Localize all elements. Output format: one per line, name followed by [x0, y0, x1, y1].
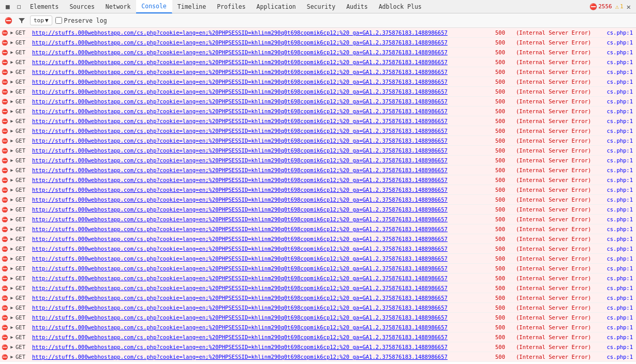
- source-cell[interactable]: cs.php:1: [599, 334, 635, 340]
- url-cell[interactable]: http://stuffs.000webhostapp.com/cs.php?c…: [32, 314, 495, 321]
- expand-icon[interactable]: ▶: [8, 177, 16, 183]
- source-cell[interactable]: cs.php:1: [599, 98, 635, 104]
- context-select[interactable]: top ▼: [30, 16, 52, 25]
- tab-adblock[interactable]: Adblock Plus: [374, 0, 427, 13]
- source-cell[interactable]: cs.php:1: [599, 324, 635, 330]
- source-cell[interactable]: cs.php:1: [599, 196, 635, 203]
- url-cell[interactable]: http://stuffs.000webhostapp.com/cs.php?c…: [32, 167, 495, 173]
- url-cell[interactable]: http://stuffs.000webhostapp.com/cs.php?c…: [32, 147, 495, 154]
- tab-sources[interactable]: Sources: [64, 0, 100, 13]
- expand-icon[interactable]: ▶: [8, 89, 16, 94]
- source-cell[interactable]: cs.php:1: [599, 187, 635, 193]
- expand-icon[interactable]: ▶: [8, 285, 16, 291]
- source-cell[interactable]: cs.php:1: [599, 167, 635, 173]
- table-row[interactable]: ⛔ ▶ GET http://stuffs.000webhostapp.com/…: [0, 126, 636, 136]
- expand-icon[interactable]: ▶: [8, 40, 16, 45]
- source-cell[interactable]: cs.php:1: [599, 147, 635, 154]
- tab-profiles[interactable]: Profiles: [212, 0, 251, 13]
- tab-console[interactable]: Console: [136, 0, 172, 13]
- table-row[interactable]: ⛔ ▶ GET http://stuffs.000webhostapp.com/…: [0, 205, 636, 215]
- url-cell[interactable]: http://stuffs.000webhostapp.com/cs.php?c…: [32, 69, 495, 75]
- url-cell[interactable]: http://stuffs.000webhostapp.com/cs.php?c…: [32, 88, 495, 95]
- expand-icon[interactable]: ▶: [8, 168, 16, 173]
- url-cell[interactable]: http://stuffs.000webhostapp.com/cs.php?c…: [32, 49, 495, 55]
- table-row[interactable]: ⛔ ▶ GET http://stuffs.000webhostapp.com/…: [0, 67, 636, 77]
- source-cell[interactable]: cs.php:1: [599, 59, 635, 65]
- table-row[interactable]: ⛔ ▶ GET http://stuffs.000webhostapp.com/…: [0, 38, 636, 48]
- expand-icon[interactable]: ▶: [8, 118, 16, 124]
- url-cell[interactable]: http://stuffs.000webhostapp.com/cs.php?c…: [32, 128, 495, 134]
- table-row[interactable]: ⛔ ▶ GET http://stuffs.000webhostapp.com/…: [0, 323, 636, 332]
- source-cell[interactable]: cs.php:1: [599, 49, 635, 55]
- tab-application[interactable]: Application: [252, 0, 302, 13]
- url-cell[interactable]: http://stuffs.000webhostapp.com/cs.php?c…: [32, 177, 495, 183]
- table-row[interactable]: ⛔ ▶ GET http://stuffs.000webhostapp.com/…: [0, 77, 636, 87]
- url-cell[interactable]: http://stuffs.000webhostapp.com/cs.php?c…: [32, 236, 495, 242]
- table-row[interactable]: ⛔ ▶ GET http://stuffs.000webhostapp.com/…: [0, 48, 636, 57]
- expand-icon[interactable]: ▶: [8, 99, 16, 104]
- expand-icon[interactable]: ▶: [8, 207, 16, 212]
- expand-icon[interactable]: ▶: [8, 266, 16, 271]
- table-row[interactable]: ⛔ ▶ GET http://stuffs.000webhostapp.com/…: [0, 97, 636, 107]
- url-cell[interactable]: http://stuffs.000webhostapp.com/cs.php?c…: [32, 187, 495, 193]
- source-cell[interactable]: cs.php:1: [599, 285, 635, 291]
- expand-icon[interactable]: ▶: [8, 217, 16, 222]
- expand-icon[interactable]: ▶: [8, 256, 16, 261]
- expand-icon[interactable]: ▶: [8, 79, 16, 84]
- url-cell[interactable]: http://stuffs.000webhostapp.com/cs.php?c…: [32, 196, 495, 203]
- table-row[interactable]: ⛔ ▶ GET http://stuffs.000webhostapp.com/…: [0, 156, 636, 165]
- source-cell[interactable]: cs.php:1: [599, 255, 635, 262]
- expand-icon[interactable]: ▶: [8, 236, 16, 241]
- url-cell[interactable]: http://stuffs.000webhostapp.com/cs.php?c…: [32, 334, 495, 340]
- expand-icon[interactable]: ▶: [8, 187, 16, 192]
- url-cell[interactable]: http://stuffs.000webhostapp.com/cs.php?c…: [32, 29, 495, 36]
- table-row[interactable]: ⛔ ▶ GET http://stuffs.000webhostapp.com/…: [0, 303, 636, 313]
- source-cell[interactable]: cs.php:1: [599, 344, 635, 350]
- source-cell[interactable]: cs.php:1: [599, 314, 635, 321]
- source-cell[interactable]: cs.php:1: [599, 305, 635, 311]
- source-cell[interactable]: cs.php:1: [599, 295, 635, 301]
- tab-timeline[interactable]: Timeline: [172, 0, 212, 13]
- table-row[interactable]: ⛔ ▶ GET http://stuffs.000webhostapp.com/…: [0, 332, 636, 342]
- tab-audits[interactable]: Audits: [341, 0, 374, 13]
- url-cell[interactable]: http://stuffs.000webhostapp.com/cs.php?c…: [32, 138, 495, 144]
- expand-icon[interactable]: ▶: [8, 305, 16, 310]
- url-cell[interactable]: http://stuffs.000webhostapp.com/cs.php?c…: [32, 79, 495, 85]
- url-cell[interactable]: http://stuffs.000webhostapp.com/cs.php?c…: [32, 108, 495, 114]
- url-cell[interactable]: http://stuffs.000webhostapp.com/cs.php?c…: [32, 157, 495, 163]
- log-area[interactable]: ⛔ ▶ GET http://stuffs.000webhostapp.com/…: [0, 28, 636, 364]
- preserve-log-checkbox[interactable]: [55, 17, 62, 24]
- url-cell[interactable]: http://stuffs.000webhostapp.com/cs.php?c…: [32, 98, 495, 104]
- source-cell[interactable]: cs.php:1: [599, 265, 635, 271]
- source-cell[interactable]: cs.php:1: [599, 79, 635, 85]
- table-row[interactable]: ⛔ ▶ GET http://stuffs.000webhostapp.com/…: [0, 215, 636, 224]
- source-cell[interactable]: cs.php:1: [599, 69, 635, 75]
- url-cell[interactable]: http://stuffs.000webhostapp.com/cs.php?c…: [32, 226, 495, 232]
- expand-icon[interactable]: ▶: [8, 344, 16, 350]
- url-cell[interactable]: http://stuffs.000webhostapp.com/cs.php?c…: [32, 344, 495, 350]
- expand-icon[interactable]: ▶: [8, 50, 16, 55]
- url-cell[interactable]: http://stuffs.000webhostapp.com/cs.php?c…: [32, 246, 495, 252]
- source-cell[interactable]: cs.php:1: [599, 39, 635, 46]
- expand-icon[interactable]: ▶: [8, 226, 16, 232]
- source-cell[interactable]: cs.php:1: [599, 128, 635, 134]
- table-row[interactable]: ⛔ ▶ GET http://stuffs.000webhostapp.com/…: [0, 352, 636, 362]
- source-cell[interactable]: cs.php:1: [599, 246, 635, 252]
- source-cell[interactable]: cs.php:1: [599, 275, 635, 281]
- source-cell[interactable]: cs.php:1: [599, 206, 635, 213]
- table-row[interactable]: ⛔ ▶ GET http://stuffs.000webhostapp.com/…: [0, 57, 636, 67]
- table-row[interactable]: ⛔ ▶ GET http://stuffs.000webhostapp.com/…: [0, 87, 636, 97]
- tab-network[interactable]: Network: [100, 0, 136, 13]
- url-cell[interactable]: http://stuffs.000webhostapp.com/cs.php?c…: [32, 59, 495, 65]
- expand-icon[interactable]: ▶: [8, 59, 16, 65]
- table-row[interactable]: ⛔ ▶ GET http://stuffs.000webhostapp.com/…: [0, 224, 636, 234]
- url-cell[interactable]: http://stuffs.000webhostapp.com/cs.php?c…: [32, 206, 495, 213]
- source-cell[interactable]: cs.php:1: [599, 108, 635, 114]
- tab-elements[interactable]: Elements: [25, 0, 64, 13]
- url-cell[interactable]: http://stuffs.000webhostapp.com/cs.php?c…: [32, 285, 495, 291]
- source-cell[interactable]: cs.php:1: [599, 157, 635, 163]
- table-row[interactable]: ⛔ ▶ GET http://stuffs.000webhostapp.com/…: [0, 136, 636, 146]
- url-cell[interactable]: http://stuffs.000webhostapp.com/cs.php?c…: [32, 216, 495, 222]
- expand-icon[interactable]: ▶: [8, 69, 16, 74]
- url-cell[interactable]: http://stuffs.000webhostapp.com/cs.php?c…: [32, 118, 495, 124]
